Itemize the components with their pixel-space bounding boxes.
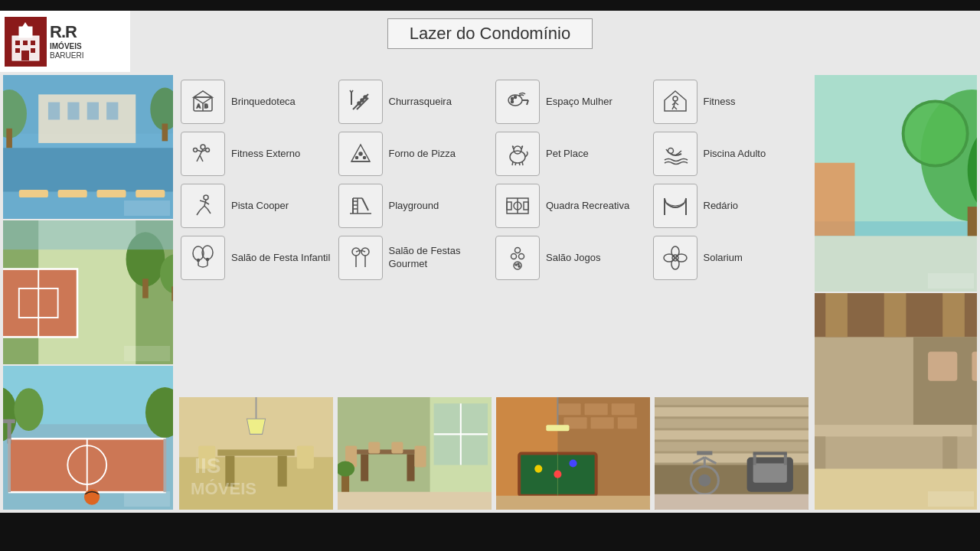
svg-rect-222 <box>655 442 808 451</box>
salao-festas-gourmet-label: Salão de Festas Gourmet <box>389 245 493 271</box>
svg-rect-154 <box>815 163 854 236</box>
amenity-espaco-mulher: Espaço Mulher <box>495 78 650 126</box>
svg-line-66 <box>351 90 353 93</box>
svg-rect-201 <box>557 403 580 415</box>
svg-rect-22 <box>106 103 118 120</box>
svg-line-55 <box>203 97 212 103</box>
svg-point-130 <box>207 259 209 261</box>
svg-point-210 <box>534 465 542 473</box>
svg-line-82 <box>200 149 203 155</box>
svg-rect-227 <box>784 454 787 465</box>
photo-dining <box>815 293 977 510</box>
svg-rect-205 <box>591 417 614 429</box>
svg-marker-53 <box>194 91 212 97</box>
svg-rect-176 <box>217 449 295 455</box>
svg-rect-214 <box>546 425 569 431</box>
amenity-salao-festas-gourmet: Salão de Festas Gourmet <box>338 234 493 282</box>
svg-line-54 <box>194 97 203 103</box>
svg-rect-226 <box>753 454 756 465</box>
photo-basketball <box>3 366 173 510</box>
svg-point-146 <box>672 255 678 261</box>
svg-line-78 <box>674 106 677 109</box>
svg-rect-19 <box>48 103 60 120</box>
svg-point-75 <box>673 96 678 101</box>
amenity-fitness-externo: Fitness Externo <box>181 130 335 178</box>
svg-point-62 <box>361 99 364 102</box>
amenity-fitness: Fitness <box>653 78 808 126</box>
toy-icon: A B <box>181 80 225 124</box>
dumbbell-icon <box>181 132 225 176</box>
svg-rect-172 <box>815 468 977 510</box>
svg-rect-203 <box>612 403 635 415</box>
fitness-label: Fitness <box>704 96 736 109</box>
photo-pool <box>3 75 173 219</box>
pet-place-label: Pet Place <box>546 148 589 161</box>
svg-point-61 <box>364 96 367 99</box>
main-container: R.R IMÓVEIS BARUERI Lazer do Condomínio <box>0 0 980 551</box>
quadra-recreativa-label: Quadra Recreativa <box>546 200 629 213</box>
svg-rect-232 <box>697 451 712 455</box>
svg-line-103 <box>200 201 205 202</box>
amenity-pet-place: Pet Place <box>495 130 650 178</box>
svg-rect-159 <box>825 293 848 337</box>
svg-point-63 <box>358 102 361 105</box>
svg-point-136 <box>511 254 517 259</box>
bottom-photo-1: IIS MÓVEIS <box>179 397 333 510</box>
forno-pizza-label: Forno de Pizza <box>389 148 456 161</box>
amenity-playground: Playground <box>338 182 493 230</box>
svg-rect-189 <box>353 449 422 454</box>
svg-rect-17 <box>162 124 168 142</box>
left-photos <box>0 72 176 513</box>
svg-line-80 <box>675 103 678 105</box>
hairdryer-icon <box>495 80 540 124</box>
svg-rect-206 <box>618 417 637 429</box>
top-bar <box>0 0 980 11</box>
playground-icon <box>338 184 383 228</box>
svg-point-95 <box>514 146 521 154</box>
svg-rect-26 <box>136 190 165 197</box>
amenity-redario: Redário <box>653 182 808 230</box>
svg-point-91 <box>359 152 362 155</box>
svg-rect-225 <box>753 464 787 483</box>
bottom-photo-4 <box>655 397 808 510</box>
amenity-solarium: Solarium <box>653 234 808 282</box>
svg-point-138 <box>514 262 521 269</box>
solarium-label: Solarium <box>704 252 743 265</box>
svg-text:B: B <box>204 103 208 109</box>
svg-point-129 <box>198 259 200 262</box>
flower-icon <box>653 236 697 280</box>
svg-point-135 <box>515 248 521 253</box>
pool-icon <box>653 132 697 176</box>
svg-point-141 <box>518 266 520 267</box>
svg-line-87 <box>197 155 200 161</box>
amenity-pista-cooper: Pista Cooper <box>181 182 335 230</box>
svg-point-85 <box>194 148 198 152</box>
page-title: Lazer do Condomínio <box>410 24 570 43</box>
svg-rect-220 <box>655 419 808 428</box>
svg-rect-10 <box>21 51 29 60</box>
svg-line-108 <box>207 209 211 214</box>
svg-rect-155 <box>815 236 977 292</box>
svg-rect-191 <box>407 455 414 481</box>
bottom-bar <box>0 513 980 551</box>
svg-rect-25 <box>96 190 126 197</box>
svg-rect-198 <box>338 492 492 510</box>
svg-rect-235 <box>655 494 808 510</box>
bottom-photos-row: IIS MÓVEIS <box>176 394 812 513</box>
amenity-brinquedoteca: A B Brinquedoteca <box>181 78 335 126</box>
page-title-box: Lazer do Condomínio <box>387 18 593 49</box>
hammock-icon <box>653 184 697 228</box>
svg-line-96 <box>512 161 513 165</box>
court-icon <box>495 184 540 228</box>
svg-point-71 <box>514 96 517 99</box>
svg-rect-218 <box>655 397 808 405</box>
brinquedoteca-label: Brinquedoteca <box>231 96 296 109</box>
amenity-salao-festa-infantil: Salão de Festa Infantil <box>181 234 335 282</box>
svg-text:A: A <box>197 103 201 109</box>
amenity-forno-pizza: Forno de Pizza <box>338 130 493 178</box>
svg-rect-48 <box>3 419 15 423</box>
svg-rect-15 <box>6 129 12 148</box>
svg-rect-167 <box>815 425 972 436</box>
svg-point-86 <box>206 148 210 152</box>
svg-rect-180 <box>297 445 314 468</box>
